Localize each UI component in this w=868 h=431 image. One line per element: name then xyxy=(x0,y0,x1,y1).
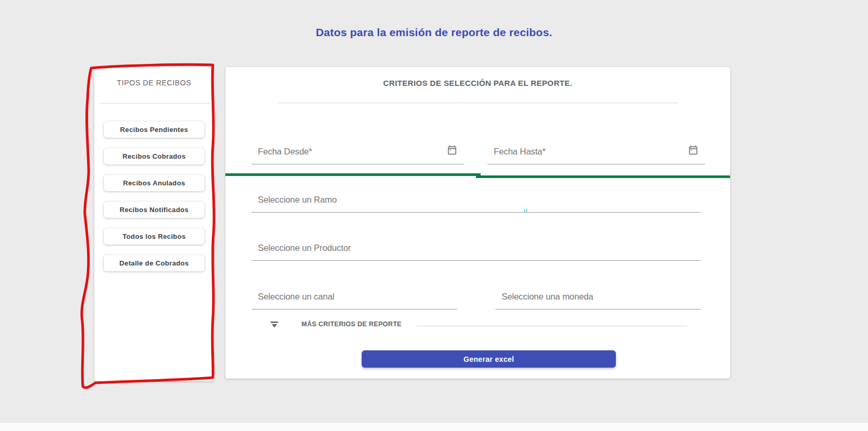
ramo-field xyxy=(252,193,701,213)
select-caret-artifact xyxy=(524,209,529,212)
fecha-hasta-field xyxy=(487,145,705,164)
fecha-hasta-input[interactable] xyxy=(487,145,705,164)
productor-select[interactable] xyxy=(252,241,701,261)
filter-expand-icon xyxy=(270,321,278,328)
calendar-icon xyxy=(447,145,458,156)
fecha-hasta-calendar-button[interactable] xyxy=(687,145,699,156)
sidebar-item-recibos-notificados[interactable]: Recibos Notificados xyxy=(104,202,204,218)
moneda-field xyxy=(495,290,701,310)
sidebar-item-detalle-de-cobrados[interactable]: Detalle de Cobrados xyxy=(104,255,204,271)
sidebar-item-todos-los-recibos[interactable]: Todos los Recibos xyxy=(104,228,204,245)
fecha-desde-input[interactable] xyxy=(252,145,464,164)
green-divider-left xyxy=(225,173,481,176)
moneda-select[interactable] xyxy=(495,290,701,310)
sidebar-button-list: Recibos Pendientes Recibos Cobrados Reci… xyxy=(94,121,214,271)
sidebar-title: TIPOS DE RECIBOS xyxy=(94,67,214,87)
fecha-desde-calendar-button[interactable] xyxy=(446,145,458,156)
bottom-strip xyxy=(0,422,868,431)
report-criteria-card: CRITERIOS DE SELECCIÓN PARA EL REPORTE. xyxy=(225,67,730,379)
calendar-icon xyxy=(688,145,699,156)
sidebar-tipos-de-recibos: TIPOS DE RECIBOS Recibos Pendientes Reci… xyxy=(94,67,214,381)
page-title: Datos para la emisión de reporte de reci… xyxy=(0,26,868,39)
productor-field xyxy=(252,241,701,261)
fecha-desde-field xyxy=(252,145,464,164)
more-criteria-divider xyxy=(417,326,687,326)
sidebar-item-recibos-anulados[interactable]: Recibos Anulados xyxy=(104,175,204,191)
form-title-divider xyxy=(278,103,679,103)
sidebar-item-recibos-pendientes[interactable]: Recibos Pendientes xyxy=(104,121,204,138)
more-criteria-toggle[interactable]: MÁS CRITERIOS DE REPORTE xyxy=(270,320,402,328)
more-criteria-label: MÁS CRITERIOS DE REPORTE xyxy=(301,321,402,328)
green-divider-right xyxy=(476,175,730,178)
ramo-select[interactable] xyxy=(252,193,701,213)
canal-select[interactable] xyxy=(252,290,457,310)
sidebar-divider xyxy=(100,103,211,104)
canal-field xyxy=(252,290,457,310)
form-title: CRITERIOS DE SELECCIÓN PARA EL REPORTE. xyxy=(225,67,730,87)
generar-excel-button[interactable]: Generar excel xyxy=(362,350,616,368)
sidebar-item-recibos-cobrados[interactable]: Recibos Cobrados xyxy=(104,148,204,164)
